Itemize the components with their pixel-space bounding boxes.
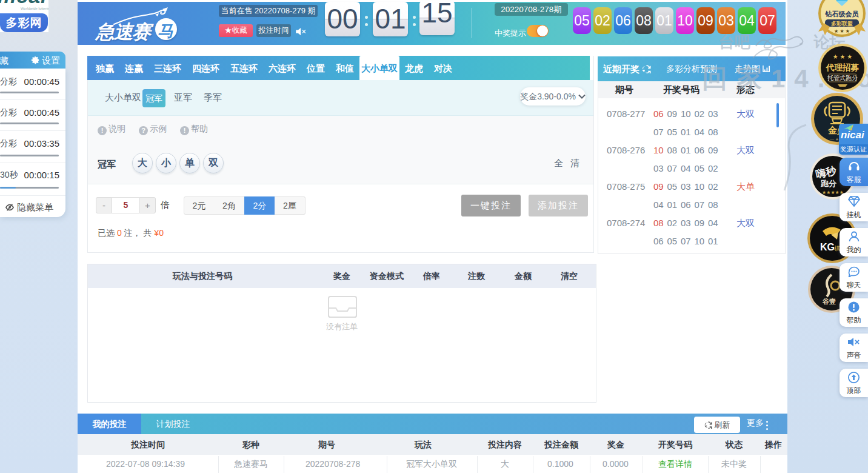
svg-text:★ ★ ★: ★ ★ ★ (833, 53, 852, 60)
svg-text:多彩联盟: 多彩联盟 (831, 21, 853, 27)
svg-text:谷壹: 谷壹 (822, 298, 836, 305)
svg-text:托管式跑分: 托管式跑分 (827, 75, 858, 81)
svg-text:★ ★ ★: ★ ★ ★ (834, 29, 850, 34)
svg-text:代理招募: 代理招募 (826, 63, 860, 72)
svg-text:KG: KG (820, 242, 835, 252)
svg-text:钻石级会员: 钻石级会员 (825, 10, 860, 18)
svg-text:跑分: 跑分 (820, 179, 837, 188)
